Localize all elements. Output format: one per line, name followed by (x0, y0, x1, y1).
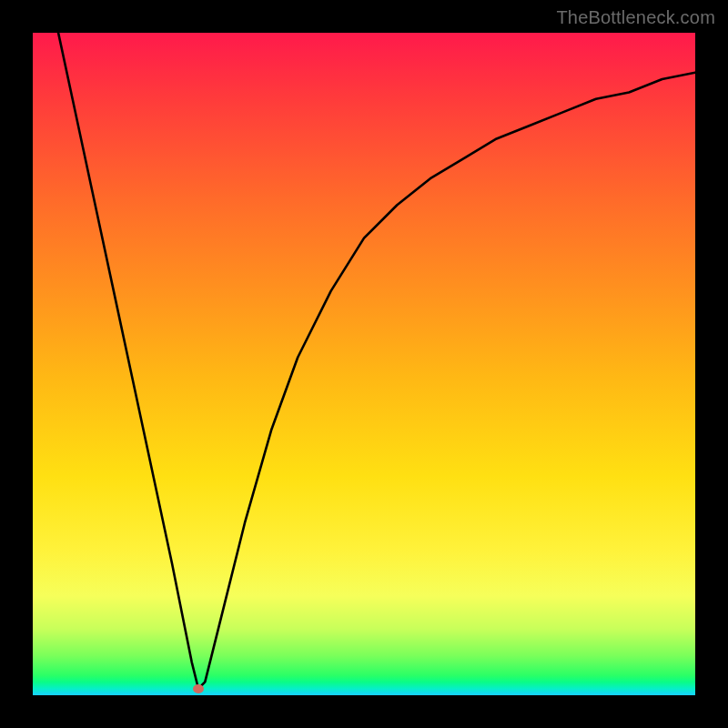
plot-area (33, 33, 695, 695)
bottleneck-curve (33, 33, 695, 695)
watermark-text: TheBottleneck.com (556, 7, 715, 28)
chart-frame: TheBottleneck.com (0, 0, 728, 728)
minimum-marker (193, 684, 204, 693)
